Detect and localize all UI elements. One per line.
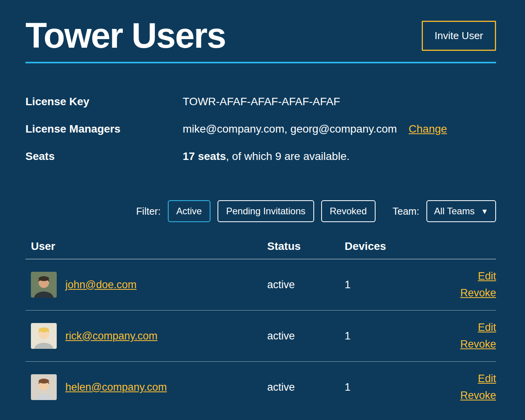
revoke-link[interactable]: Revoke (460, 338, 496, 350)
user-email-link[interactable]: john@doe.com (65, 279, 137, 291)
license-key-value: TOWR-AFAF-AFAF-AFAF-AFAF (183, 95, 340, 108)
user-status: active (267, 279, 345, 291)
user-devices: 1 (345, 279, 446, 291)
filter-label: Filter: (136, 206, 161, 217)
team-dropdown-value: All Teams (434, 206, 475, 217)
revoke-link[interactable]: Revoke (460, 287, 496, 299)
seats-label: Seats (25, 150, 183, 163)
column-header-user: User (31, 240, 267, 253)
user-devices: 1 (345, 330, 446, 342)
avatar-john (31, 272, 57, 298)
row-actions: Edit Revoke (446, 321, 496, 350)
user-status: active (267, 381, 345, 393)
license-managers-row: License Managers mike@company.com, georg… (25, 123, 496, 135)
seats-count: 17 seats (183, 150, 226, 162)
user-status: active (267, 330, 345, 342)
seats-value: 17 seats, of which 9 are available. (183, 150, 350, 163)
row-actions: Edit Revoke (446, 270, 496, 299)
edit-link[interactable]: Edit (478, 373, 496, 385)
seats-availability: , of which 9 are available. (226, 150, 350, 162)
users-table: User Status Devices john@doe.com acti (25, 240, 496, 413)
team-dropdown[interactable]: All Teams ▼ (426, 200, 496, 222)
filter-button-active[interactable]: Active (168, 200, 210, 222)
user-email-link[interactable]: rick@company.com (65, 330, 157, 342)
filter-button-pending-invitations[interactable]: Pending Invitations (218, 200, 314, 222)
invite-user-button[interactable]: Invite User (422, 21, 496, 51)
table-row: helen@company.com active 1 Edit Revoke (25, 362, 496, 413)
license-key-row: License Key TOWR-AFAF-AFAF-AFAF-AFAF (25, 95, 496, 108)
edit-link[interactable]: Edit (478, 321, 496, 334)
seats-row: Seats 17 seats, of which 9 are available… (25, 150, 496, 163)
header-divider (25, 62, 496, 63)
license-section: License Key TOWR-AFAF-AFAF-AFAF-AFAF Lic… (25, 95, 496, 163)
user-cell: john@doe.com (31, 272, 267, 298)
team-label: Team: (393, 206, 419, 217)
revoke-link[interactable]: Revoke (460, 389, 496, 402)
user-cell: rick@company.com (31, 323, 267, 349)
user-devices: 1 (345, 381, 446, 393)
row-actions: Edit Revoke (446, 373, 496, 402)
table-header-row: User Status Devices (25, 240, 496, 259)
user-cell: helen@company.com (31, 374, 267, 400)
page-title: Tower Users (25, 18, 226, 53)
license-key-label: License Key (25, 95, 183, 108)
avatar-rick (31, 323, 57, 349)
license-managers-value: mike@company.com, georg@company.com (183, 123, 397, 135)
filter-bar: Filter: Active Pending Invitations Revok… (25, 200, 496, 222)
column-header-status: Status (267, 240, 345, 253)
filter-button-revoked[interactable]: Revoked (321, 200, 376, 222)
page: Tower Users Invite User License Key TOWR… (0, 18, 525, 413)
column-header-devices: Devices (345, 240, 446, 253)
table-row: rick@company.com active 1 Edit Revoke (25, 311, 496, 362)
change-managers-link[interactable]: Change (409, 123, 447, 135)
page-header: Tower Users Invite User (25, 18, 496, 53)
user-email-link[interactable]: helen@company.com (65, 381, 167, 393)
edit-link[interactable]: Edit (478, 270, 496, 282)
license-managers-label: License Managers (25, 123, 183, 135)
chevron-down-icon: ▼ (481, 208, 488, 215)
avatar-helen (31, 374, 57, 400)
table-row: john@doe.com active 1 Edit Revoke (25, 259, 496, 311)
